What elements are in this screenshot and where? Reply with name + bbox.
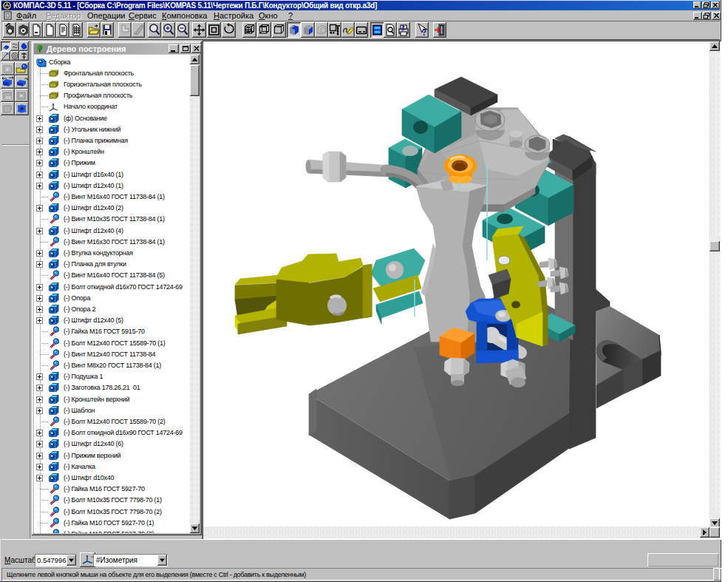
svg-text:?: ? <box>422 27 426 38</box>
